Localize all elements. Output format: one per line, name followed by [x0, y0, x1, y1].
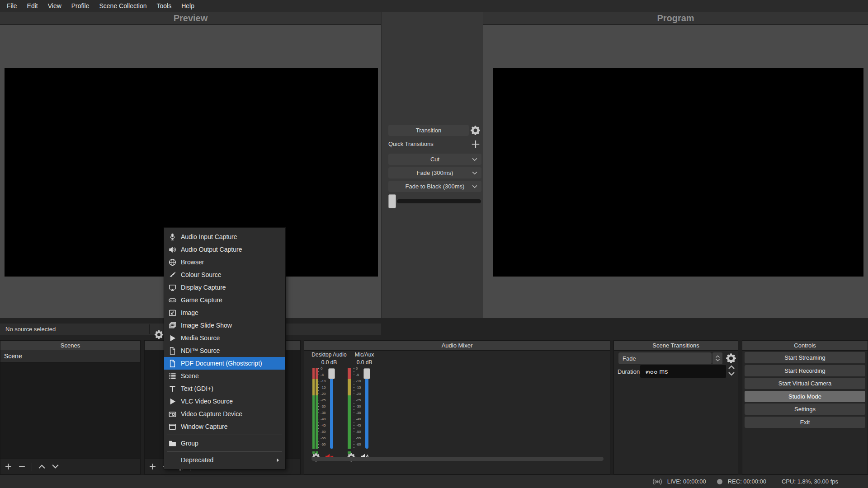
start-recording-button[interactable]: Start Recording — [745, 365, 865, 376]
menubar-item-edit[interactable]: Edit — [22, 0, 43, 12]
scenes-toolbar — [0, 459, 140, 474]
transition-properties-gear-icon[interactable] — [726, 353, 736, 364]
add-scene-icon[interactable] — [5, 463, 12, 470]
mixer-strip-name: Mic/Aux — [344, 352, 385, 358]
volume-slider-handle[interactable] — [363, 368, 370, 379]
program-title: Program — [483, 12, 868, 25]
volume-slider-track[interactable] — [330, 368, 333, 449]
meter-tick-label: 0 — [356, 367, 358, 371]
meter-tick-label: -60 — [356, 443, 361, 446]
list-icon — [169, 372, 176, 380]
duration-spinner[interactable] — [728, 364, 735, 377]
volume-slider-handle[interactable] — [328, 368, 335, 379]
meter-tick-label: -55 — [321, 436, 326, 440]
scene-transitions-header[interactable]: Scene Transitions — [614, 341, 738, 351]
toolbar-band: No source selected — [0, 318, 868, 340]
context-menu-item-browser[interactable]: Browser — [164, 256, 285, 268]
studio-mode-button[interactable]: Studio Mode — [745, 391, 865, 402]
menubar-item-profile[interactable]: Profile — [66, 0, 94, 12]
menubar-item-tools[interactable]: Tools — [152, 0, 177, 12]
context-menu-separator — [167, 451, 282, 452]
context-menu-separator — [167, 435, 282, 435]
slideshow-icon — [169, 322, 176, 329]
image-icon — [169, 309, 176, 317]
mixer-strip-name: Desktop Audio — [309, 352, 349, 358]
context-menu-item-group[interactable]: Group — [164, 437, 285, 450]
meter-tick-label: -5 — [321, 373, 324, 377]
add-source-icon[interactable] — [149, 463, 156, 470]
remove-scene-icon[interactable] — [18, 463, 26, 470]
transition-slider-track[interactable] — [397, 199, 481, 203]
context-menu-item-scene[interactable]: Scene — [164, 370, 285, 382]
context-menu-item-media-source[interactable]: Media Source — [164, 332, 285, 344]
move-scene-up-icon[interactable] — [38, 463, 46, 470]
meter-tick-label: -5 — [356, 373, 359, 377]
context-menu-item-ndi-source[interactable]: NDI™ Source — [164, 344, 285, 357]
context-menu-item-audio-input-capture[interactable]: Audio Input Capture — [164, 230, 285, 243]
context-menu-item-pdf-document-ghostscript[interactable]: PDF Document (Ghostscript) — [164, 357, 285, 370]
spinner-up-icon — [728, 364, 735, 370]
context-menu-item-deprecated[interactable]: Deprecated — [164, 454, 285, 466]
settings-button[interactable]: Settings — [745, 404, 865, 415]
audio-mixer-strips: Desktop Audio0.0 dB0-5-10-15-20-25-30-35… — [304, 350, 610, 474]
program-canvas[interactable] — [493, 68, 863, 277]
context-menu-item-game-capture[interactable]: Game Capture — [164, 294, 285, 306]
meter-tick-label: -40 — [356, 418, 361, 421]
meter-tick-label: -15 — [356, 386, 361, 389]
context-menu-item-window-capture[interactable]: Window Capture — [164, 420, 285, 433]
menubar-item-view[interactable]: View — [43, 0, 66, 12]
scene-list-item[interactable]: Scene — [0, 350, 140, 363]
transition-settings-gear-icon[interactable] — [470, 125, 481, 136]
menubar-item-help[interactable]: Help — [176, 0, 199, 12]
duration-input[interactable]: ๓๐๐ ms — [640, 365, 726, 378]
source-properties-gear-icon[interactable] — [154, 330, 164, 339]
context-menu-item-display-capture[interactable]: Display Capture — [164, 281, 285, 294]
scenes-dock: Scenes Scene — [0, 340, 141, 474]
meter-tick-label: -10 — [321, 380, 326, 383]
mixer-scrollbar[interactable] — [311, 457, 604, 461]
quick-transition-fade-to-black-300ms[interactable]: Fade to Black (300ms) — [388, 181, 481, 192]
meter-tick-label: -35 — [321, 411, 326, 415]
scenes-dock-header[interactable]: Scenes — [0, 341, 140, 351]
volume-meter — [312, 368, 315, 449]
meter-tick-label: -50 — [321, 430, 326, 434]
meter-tick-label: -40 — [321, 418, 326, 421]
audio-mixer-header[interactable]: Audio Mixer — [304, 341, 610, 351]
start-streaming-button[interactable]: Start Streaming — [745, 352, 865, 363]
quick-transitions-label: Quick Transitions — [388, 141, 434, 147]
mixer-volume-value: 0.0 dB — [311, 359, 347, 366]
transition-slider-handle[interactable] — [388, 194, 396, 208]
context-menu-item-image-slide-show[interactable]: Image Slide Show — [164, 319, 285, 332]
quick-transition-cut[interactable]: Cut — [388, 154, 481, 165]
submenu-arrow-icon — [275, 457, 281, 463]
scene-transitions-dock: Scene Transitions Fade Duration ๓๐๐ ms — [613, 340, 738, 474]
meter-tick-label: -25 — [321, 399, 326, 402]
add-quick-transition-icon[interactable] — [471, 139, 481, 149]
context-menu-item-text-gdi[interactable]: Text (GDI+) — [164, 382, 285, 395]
broadcast-icon — [652, 478, 663, 486]
spinner-down-icon — [728, 371, 735, 377]
gamepad-icon — [169, 296, 176, 304]
context-menu-item-video-capture-device[interactable]: Video Capture Device — [164, 408, 285, 420]
move-scene-down-icon[interactable] — [52, 463, 59, 470]
studio-mode-area: Preview Transition Quick Transitions Cut… — [0, 12, 868, 318]
transition-select-spinner[interactable] — [712, 352, 722, 364]
context-menu-item-vlc-video-source[interactable]: VLC Video Source — [164, 395, 285, 408]
context-menu-item-colour-source[interactable]: Colour Source — [164, 268, 285, 281]
globe-icon — [169, 258, 176, 266]
meter-tick-label: -60 — [321, 443, 326, 446]
status-bar: LIVE: 00:00:00 REC: 00:00:00 CPU: 1.8%, … — [0, 474, 868, 488]
controls-header[interactable]: Controls — [742, 341, 868, 351]
transition-button[interactable]: Transition — [388, 125, 469, 136]
context-menu-item-audio-output-capture[interactable]: Audio Output Capture — [164, 243, 285, 256]
blank-icon — [169, 456, 176, 464]
quick-transition-fade-300ms[interactable]: Fade (300ms) — [388, 167, 481, 178]
exit-button[interactable]: Exit — [745, 417, 865, 428]
volume-slider-track[interactable] — [365, 368, 368, 449]
menubar-item-file[interactable]: File — [2, 0, 22, 12]
file-icon — [169, 360, 176, 367]
menubar-item-scene-collection[interactable]: Scene Collection — [94, 0, 151, 12]
start-virtual-camera-button[interactable]: Start Virtual Camera — [745, 378, 865, 389]
transition-select[interactable]: Fade — [618, 352, 712, 364]
context-menu-item-image[interactable]: Image — [164, 306, 285, 319]
